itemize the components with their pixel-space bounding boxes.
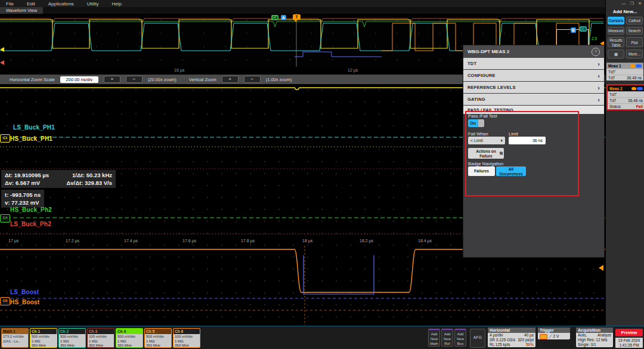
- search-button[interactable]: Search: [626, 27, 643, 35]
- cursor-badge-a[interactable]: A: [281, 15, 286, 20]
- meas2-badge[interactable]: Meas 2 TdT' TdT 36.48 ns Status: Fail: [606, 84, 644, 110]
- trace-label-hs-buck-ph1[interactable]: HS_Buck_PH1: [10, 135, 52, 142]
- overview-scale-label: 2.5: [592, 36, 597, 41]
- trigger-marker-icon[interactable]: T: [293, 14, 301, 20]
- ch4-bandwidth: 350 MHz: [117, 344, 141, 348]
- mask-grid-icon[interactable]: ▦: [608, 50, 624, 58]
- external-link-icon: ⧉: [500, 151, 503, 156]
- trace-label-ls-buck-ph1[interactable]: LS_Buck_PH1: [13, 124, 55, 131]
- toggle-on-label: On: [468, 119, 478, 127]
- ch2-impedance: 1 MΩ: [60, 339, 84, 344]
- trace-label-ls-boost[interactable]: LS_Boost: [10, 289, 39, 295]
- measure-button[interactable]: Measure: [608, 27, 624, 35]
- meas1-value-label: TdT: [608, 75, 615, 81]
- help-icon[interactable]: ?: [592, 48, 600, 56]
- menu-edit[interactable]: Edit: [27, 1, 35, 7]
- rising-edge-icon: ⟋: [549, 334, 552, 339]
- ch4-title: Ch 4: [116, 329, 143, 334]
- ch2-badge[interactable]: Ch 2 500 mV/div 1 MΩ 350 MHz: [58, 328, 86, 348]
- trace-label-hs-boost[interactable]: HS_Boost: [10, 299, 39, 305]
- horizontal-zoom-scale-input[interactable]: 200.00 ns/div: [60, 76, 98, 83]
- menu-applications[interactable]: Applications: [48, 1, 74, 7]
- cursor-delta-readout: Δt: 19.910095 µs 1/Δt: 50.23 kHz Δv: 6.5…: [1, 170, 116, 188]
- limit-input[interactable]: 36 ns: [509, 137, 546, 144]
- channel-badge-c6[interactable]: C6: [0, 297, 10, 305]
- badge-navigation-label: Badge Navigation: [468, 161, 503, 166]
- v-zoom-minus-button[interactable]: −: [244, 76, 261, 83]
- all-occurrences-button[interactable]: All Occurrences: [496, 166, 526, 176]
- ch5-badge[interactable]: Ch 5 500 mV/div 1 MΩ 350 MHz: [144, 328, 172, 348]
- dialog-title: WBG-DPT MEAS 2: [467, 49, 509, 54]
- axis-tick-label: 17 µs: [8, 239, 18, 243]
- trace-label-ls-buck-ph2[interactable]: LS_Buck_Ph2: [10, 221, 51, 227]
- ch1-badge[interactable]: Ch 1 500 mV/div 1 MΩ 350 MHz: [30, 328, 57, 348]
- callout-button[interactable]: Callout: [626, 17, 643, 24]
- afg-button[interactable]: AFG: [470, 329, 485, 348]
- tab-waveform-view[interactable]: Waveform View: [0, 7, 43, 14]
- preview-button[interactable]: Preview: [615, 329, 643, 336]
- add-new-math-button[interactable]: Add New Math: [428, 329, 440, 347]
- oscilloscope-screen: File Edit Applications Utility Help Wave…: [0, 0, 644, 349]
- axis-tick-label: 16 µs: [174, 68, 184, 72]
- cursor-badge-b[interactable]: B: [571, 27, 576, 33]
- ch6-badge[interactable]: Ch 6 100 mV/div 1 MΩ 350 MHz: [173, 328, 200, 348]
- h-zoom-factor: (20.00x zoom): [148, 77, 177, 82]
- right-sidebar: — ❐ ✕ Add New... Cursors Callout Measure…: [605, 0, 644, 326]
- channel-badge-c1[interactable]: C1: [0, 134, 10, 143]
- menu-file[interactable]: File: [6, 1, 14, 7]
- cursors-button[interactable]: Cursors: [608, 17, 624, 24]
- ch3-badge[interactable]: Ch 3 100 mV/div 1 MΩ 350 MHz: [87, 328, 114, 348]
- menu-utility[interactable]: Utility: [87, 1, 99, 7]
- axis-tick-label: 17.6 µs: [182, 239, 196, 243]
- v-zoom-plus-button[interactable]: +: [222, 76, 239, 83]
- h-zoom-plus-button[interactable]: +: [104, 76, 120, 83]
- close-icon[interactable]: ✕: [638, 1, 642, 6]
- v-zoom-factor: (1.00x zoom): [266, 77, 292, 82]
- limit-label: Limit: [509, 131, 518, 137]
- more-button[interactable]: More...: [626, 50, 643, 58]
- trace-label-hs-buck-ph2[interactable]: HS_Buck_Ph2: [10, 206, 52, 213]
- ch1-scale: 500 mV/div: [32, 335, 55, 339]
- pass-fail-toggle[interactable]: On: [468, 119, 484, 127]
- channel-badge-c4[interactable]: C4: [0, 214, 10, 223]
- dialog-row-reference-levels[interactable]: REFERENCE LEVELS ›: [463, 82, 604, 93]
- cursor-badge-c6[interactable]: C6: [580, 26, 587, 32]
- meas1-type: TdT': [608, 69, 616, 75]
- math1-badge[interactable]: Math 1 273.2 mV/div (Ch1 - Lo...: [1, 328, 29, 348]
- trigger-panel[interactable]: Trigger ⟋2 V: [538, 328, 570, 339]
- acquisition-panel[interactable]: Acquisition Auto, Analyze High Res: 12 b…: [576, 328, 613, 347]
- actions-label-2: Failure: [468, 154, 504, 159]
- row-label: GATING: [467, 97, 485, 102]
- acquisition-mode: Auto,: [578, 333, 587, 338]
- fail-when-dropdown[interactable]: < Limit ▾: [468, 137, 505, 144]
- results-table-button[interactable]: Results Table: [608, 37, 624, 47]
- ch1-level-arrow-icon: [0, 47, 4, 52]
- chevron-right-icon: ›: [597, 72, 600, 79]
- failures-button[interactable]: Failures: [468, 166, 495, 176]
- pass-fail-indicator-icon: [631, 87, 643, 90]
- ch4-badge[interactable]: Ch 4 500 mV/div 1 MΩ 350 MHz: [116, 328, 143, 348]
- fail-when-label: Fail When: [468, 131, 488, 137]
- meas1-badge[interactable]: Meas 1 TdT' TdT 36.48 ns: [606, 63, 643, 81]
- horizontal-panel[interactable]: Horizontal 4 µs/div 40 µs SR 3.125 GS/s …: [488, 328, 535, 347]
- dialog-row-configure[interactable]: CONFIGURE ›: [463, 70, 604, 81]
- plot-button[interactable]: Plot: [626, 37, 643, 47]
- add-new-ref-button[interactable]: Add New Ref: [441, 329, 453, 347]
- record-length: RL 125 kpts: [490, 342, 510, 347]
- ch3-impedance: 1 MΩ: [89, 339, 113, 344]
- menu-help[interactable]: Help: [112, 1, 121, 7]
- minimize-icon[interactable]: —: [622, 1, 626, 6]
- cursor-badge-c4[interactable]: C4: [271, 15, 278, 20]
- dialog-header[interactable]: WBG-DPT MEAS 2 ?: [463, 45, 604, 58]
- dialog-row-gating[interactable]: GATING ›: [463, 94, 604, 105]
- add-new-bus-button[interactable]: Add New Bus: [454, 329, 466, 347]
- actions-on-failure-button[interactable]: Actions on Failure ⧉: [468, 148, 504, 159]
- meas2-value-label: TdT: [609, 98, 617, 103]
- dialog-row-tdt[interactable]: TDT ›: [463, 58, 604, 69]
- ch3-title: Ch 3: [88, 329, 114, 334]
- resolution: 320 ps/pt: [518, 338, 534, 342]
- horizontal-zoom-scale-label: Horizontal Zoom Scale: [10, 77, 55, 82]
- restore-icon[interactable]: ❐: [630, 1, 634, 6]
- h-zoom-minus-button[interactable]: −: [126, 76, 143, 83]
- all-label-1: All: [496, 167, 526, 172]
